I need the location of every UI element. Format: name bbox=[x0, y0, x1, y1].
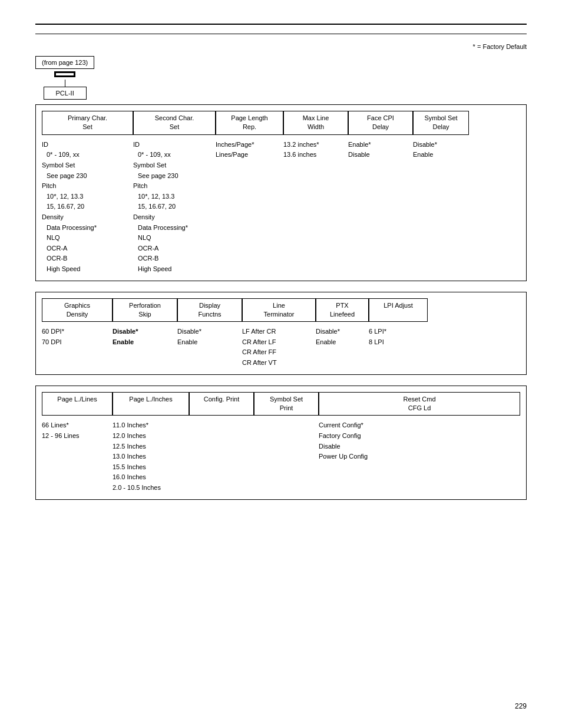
section3-col5: Current Config* Factory Config Disable P… bbox=[319, 419, 520, 462]
section3-col1: 66 Lines* 12 - 96 Lines bbox=[42, 419, 113, 441]
from-box-inner bbox=[54, 71, 75, 77]
section-divider bbox=[35, 34, 527, 34]
section3-content: 66 Lines* 12 - 96 Lines 11.0 Inches* 12.… bbox=[42, 419, 520, 493]
section2-col5: Disable* Enable bbox=[316, 325, 369, 347]
header-reset-cmd-cfg-ld: Reset Cmd CFG Ld bbox=[319, 392, 520, 416]
connector-line bbox=[65, 80, 65, 87]
section2-col2: Disable* Enable bbox=[113, 325, 177, 347]
section2-content: 60 DPI* 70 DPI Disable* Enable Disable* … bbox=[42, 325, 520, 368]
header-config-print: Config. Print bbox=[189, 392, 254, 416]
section1-col1: ID 0* - 109, xx Symbol Set See page 230 … bbox=[42, 139, 133, 275]
section3-headers: Page L./Lines Page L./Inches Config. Pri… bbox=[42, 392, 520, 416]
header-page-length-rep: Page Length Rep. bbox=[216, 111, 283, 135]
header-display-functns: Display Functns bbox=[177, 298, 242, 322]
section1-col6: Disable* Enable bbox=[413, 139, 469, 160]
section2-headers: Graphics Density Perforation Skip Displa… bbox=[42, 298, 520, 322]
header-lpi-adjust: LPI Adjust bbox=[369, 298, 428, 322]
page-container: * = Factory Default (from page 123) PCL-… bbox=[0, 0, 562, 728]
header-symbol-set-delay: Symbol Set Delay bbox=[413, 111, 469, 135]
pcl-label: PCL-II bbox=[56, 90, 74, 97]
header-second-char-set: Second Char. Set bbox=[133, 111, 216, 135]
from-page-area: (from page 123) PCL-II bbox=[35, 56, 94, 100]
section2-col1: 60 DPI* 70 DPI bbox=[42, 325, 113, 347]
header-ptx-linefeed: PTX Linefeed bbox=[316, 298, 369, 322]
factory-default-label: * = Factory Default bbox=[35, 43, 527, 50]
from-page-box: (from page 123) bbox=[35, 56, 94, 69]
from-page-label: (from page 123) bbox=[42, 59, 88, 66]
header-page-l-lines: Page L./Lines bbox=[42, 392, 113, 416]
section1-headers: Primary Char. Set Second Char. Set Page … bbox=[42, 111, 520, 135]
section1-col3: Inches/Page* Lines/Page bbox=[216, 139, 283, 160]
section1-col4: 13.2 inches* 13.6 inches bbox=[283, 139, 348, 160]
factory-default-text: * = Factory Default bbox=[473, 43, 527, 50]
section1-content: ID 0* - 109, xx Symbol Set See page 230 … bbox=[42, 139, 520, 275]
section2-col3: Disable* Enable bbox=[177, 325, 242, 347]
header-max-line-width: Max Line Width bbox=[283, 111, 348, 135]
page-number: 229 bbox=[515, 702, 527, 710]
pcl-box: PCL-II bbox=[44, 87, 87, 100]
section1-col2: ID 0* - 109, xx Symbol Set See page 230 … bbox=[133, 139, 216, 275]
header-face-cpi-delay: Face CPI Delay bbox=[348, 111, 413, 135]
section2-col6: 6 LPI* 8 LPI bbox=[369, 325, 428, 347]
header-primary-char-set: Primary Char. Set bbox=[42, 111, 133, 135]
header-graphics-density: Graphics Density bbox=[42, 298, 113, 322]
section3-col4 bbox=[254, 419, 319, 420]
section1-col5: Enable* Disable bbox=[348, 139, 413, 160]
header-symbol-set-print: Symbol Set Print bbox=[254, 392, 319, 416]
top-section: (from page 123) PCL-II bbox=[35, 56, 527, 100]
header-page-l-inches: Page L./Inches bbox=[113, 392, 189, 416]
section3-col2: 11.0 Inches* 12.0 Inches 12.5 Inches 13.… bbox=[113, 419, 189, 493]
section3: Page L./Lines Page L./Inches Config. Pri… bbox=[35, 386, 527, 500]
header-line-terminator: Line Terminator bbox=[242, 298, 316, 322]
header-perforation-skip: Perforation Skip bbox=[113, 298, 177, 322]
section1: Primary Char. Set Second Char. Set Page … bbox=[35, 104, 527, 281]
top-border bbox=[35, 24, 527, 25]
section3-col3 bbox=[189, 419, 254, 420]
page-number-text: 229 bbox=[515, 702, 527, 710]
section2-col4: LF After CR CR After LF CR After FF CR A… bbox=[242, 325, 316, 368]
section2: Graphics Density Perforation Skip Displa… bbox=[35, 292, 527, 375]
